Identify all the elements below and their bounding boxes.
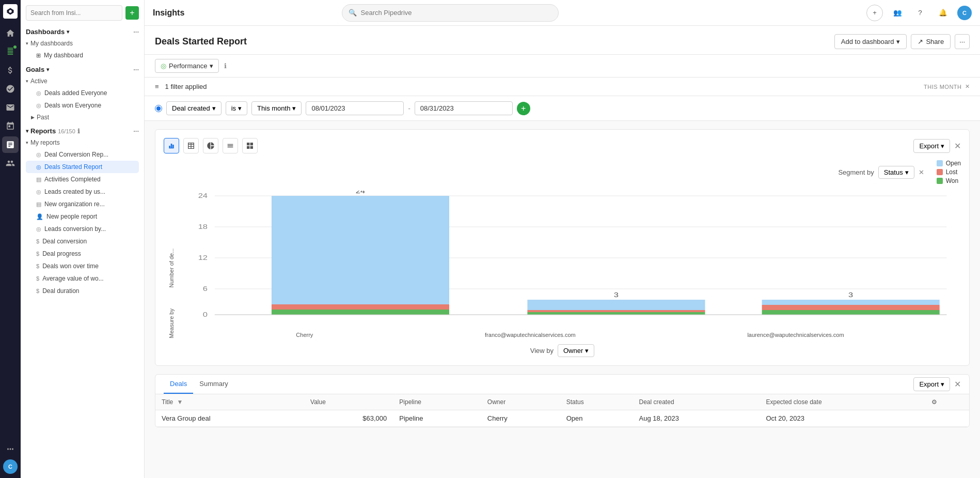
- dashboards-header[interactable]: Dashboards ▾ ···: [26, 24, 139, 38]
- segment-close-button[interactable]: ✕: [919, 168, 924, 176]
- past-sub-header[interactable]: ▶ Past: [26, 112, 139, 123]
- deals-won-label: Deals won Everyone: [44, 102, 101, 109]
- sidebar-item-deals-won-time[interactable]: $ Deals won over time: [26, 260, 139, 272]
- filter-close-button[interactable]: ✕: [965, 83, 970, 90]
- sidebar-item-my-dashboard[interactable]: ⊞ My dashboard: [26, 49, 139, 61]
- more-options-button[interactable]: ···: [955, 34, 970, 49]
- tab-deals[interactable]: Deals: [164, 375, 193, 394]
- add-filter-button[interactable]: +: [517, 102, 530, 115]
- sidebar-item-deal-conversion-rep[interactable]: ◎ Deal Conversion Rep...: [26, 148, 139, 161]
- deal-progress-label: Deal progress: [42, 250, 81, 257]
- nav-home[interactable]: [2, 25, 19, 41]
- filter-field-dropdown[interactable]: Deal created ▾: [166, 101, 222, 115]
- sidebar-item-deals-started[interactable]: ◎ Deals Started Report: [26, 161, 139, 173]
- hash-chart-button[interactable]: [223, 138, 238, 153]
- nav-more[interactable]: [2, 441, 19, 457]
- view-by-chevron-icon: ▾: [585, 347, 589, 354]
- col-title[interactable]: Title ▼: [155, 394, 304, 410]
- add-to-dashboard-button[interactable]: Add to dashboard ▾: [834, 34, 907, 49]
- nav-deals[interactable]: [2, 62, 19, 79]
- tab-summary[interactable]: Summary: [193, 375, 234, 394]
- sidebar-item-deal-duration[interactable]: $ Deal duration: [26, 285, 139, 297]
- nav-insights[interactable]: [2, 43, 19, 60]
- bar-laurence-lost: [762, 305, 940, 310]
- share-icon: ↗: [918, 38, 923, 45]
- my-dashboards-label: My dashboards: [30, 40, 73, 47]
- reports-count: 16/150: [58, 128, 75, 134]
- sidebar-search-input[interactable]: [26, 5, 122, 21]
- svg-text:6: 6: [203, 285, 208, 292]
- topbar-search-container: 🔍: [342, 4, 559, 22]
- goals-header[interactable]: Goals ▾ ···: [26, 61, 139, 75]
- app-logo[interactable]: [3, 4, 18, 19]
- sidebar-item-deals-won[interactable]: ◎ Deals won Everyone: [26, 99, 139, 112]
- topbar-search-input[interactable]: [361, 9, 552, 17]
- cell-owner: Cherry: [481, 410, 560, 427]
- table-export-button[interactable]: Export ▾: [913, 377, 950, 391]
- measure-label: Measure by: [168, 293, 175, 338]
- segment-row: Segment by Status ▾ ✕ Open: [164, 160, 961, 184]
- reports-more-icon[interactable]: ···: [133, 127, 139, 135]
- reports-info-icon[interactable]: ℹ: [77, 128, 80, 135]
- topbar-user-avatar[interactable]: C: [957, 6, 972, 20]
- filter-operator-dropdown[interactable]: is ▾: [226, 101, 247, 115]
- table-chart-button[interactable]: [183, 138, 199, 153]
- sidebar-add-button[interactable]: +: [125, 6, 139, 20]
- filter-date-from-input[interactable]: [306, 101, 404, 115]
- nav-contacts[interactable]: [2, 155, 19, 172]
- sidebar-item-deals-added[interactable]: ◎ Deals added Everyone: [26, 87, 139, 99]
- nav-reports[interactable]: [2, 136, 19, 153]
- avg-value-label: Average value of wo...: [42, 275, 104, 282]
- performance-button[interactable]: ◎ Performance ▾: [155, 59, 219, 73]
- filter-radio[interactable]: [155, 105, 162, 112]
- sidebar-item-deal-conversion[interactable]: $ Deal conversion: [26, 235, 139, 248]
- reports-chevron: ▾: [26, 128, 28, 134]
- topbar-notifications-button[interactable]: 🔔: [935, 5, 951, 21]
- filter-date-to-input[interactable]: [415, 101, 513, 115]
- sidebar-item-activities[interactable]: ▤ Activities Completed: [26, 173, 139, 186]
- svg-text:12: 12: [198, 254, 208, 261]
- grid-chart-button[interactable]: [242, 138, 258, 153]
- filter-operator-label: is: [231, 104, 236, 112]
- deal-conversion-label: Deal conversion: [42, 238, 87, 245]
- filter-period-dropdown[interactable]: This month ▾: [251, 101, 302, 115]
- goals-more-icon[interactable]: ···: [133, 66, 139, 73]
- segment-select[interactable]: Status ▾: [878, 166, 914, 179]
- nav-mail[interactable]: [2, 99, 19, 116]
- nav-leads[interactable]: [2, 81, 19, 97]
- pie-chart-button[interactable]: [203, 138, 218, 153]
- dashboards-more-icon[interactable]: ···: [133, 28, 139, 36]
- view-by-dropdown[interactable]: Owner ▾: [558, 344, 594, 357]
- performance-chevron-icon: ▾: [210, 62, 213, 70]
- share-button[interactable]: ↗ Share: [911, 34, 951, 49]
- x-label-franco: franco@waputechnicalservices.com: [485, 332, 576, 338]
- sidebar-item-deal-progress[interactable]: $ Deal progress: [26, 248, 139, 260]
- my-reports-header[interactable]: ▾ My reports: [26, 137, 139, 148]
- report-header-actions: Add to dashboard ▾ ↗ Share ···: [834, 34, 970, 49]
- sidebar-item-new-people[interactable]: 👤 New people report: [26, 210, 139, 223]
- deals-table: Title ▼ Value Pipeline Owner Status Deal…: [155, 394, 969, 427]
- col-settings[interactable]: ⚙: [925, 394, 969, 410]
- table-close-button[interactable]: ✕: [954, 379, 961, 389]
- user-avatar[interactable]: C: [3, 459, 18, 474]
- sidebar-item-avg-value[interactable]: $ Average value of wo...: [26, 272, 139, 285]
- chart-export-button[interactable]: Export ▾: [913, 139, 950, 153]
- topbar-users-button[interactable]: 👥: [889, 5, 906, 21]
- active-chevron-icon: ▾: [26, 79, 28, 84]
- cell-value: $63,000: [304, 410, 393, 427]
- reports-header[interactable]: ▾ Reports 16/150 ℹ ···: [26, 123, 139, 137]
- active-sub-header[interactable]: ▾ Active: [26, 75, 139, 87]
- chart-close-button[interactable]: ✕: [954, 141, 961, 151]
- topbar-add-button[interactable]: +: [866, 5, 883, 21]
- my-dashboards-header[interactable]: ▾ My dashboards: [26, 38, 139, 49]
- tab-summary-label: Summary: [199, 380, 228, 388]
- topbar-help-button[interactable]: ?: [912, 5, 928, 21]
- chart-legend: Open Lost Won: [937, 160, 961, 184]
- sidebar-item-leads-created[interactable]: ◎ Leads created by us...: [26, 186, 139, 198]
- nav-calendar[interactable]: [2, 118, 19, 134]
- performance-info-icon[interactable]: ℹ: [224, 62, 227, 70]
- sidebar-item-new-org[interactable]: ▤ New organization re...: [26, 198, 139, 210]
- leads-conv-icon: ◎: [36, 226, 41, 233]
- bar-chart-button[interactable]: [164, 138, 179, 153]
- sidebar-item-leads-conversion[interactable]: ◎ Leads conversion by...: [26, 223, 139, 235]
